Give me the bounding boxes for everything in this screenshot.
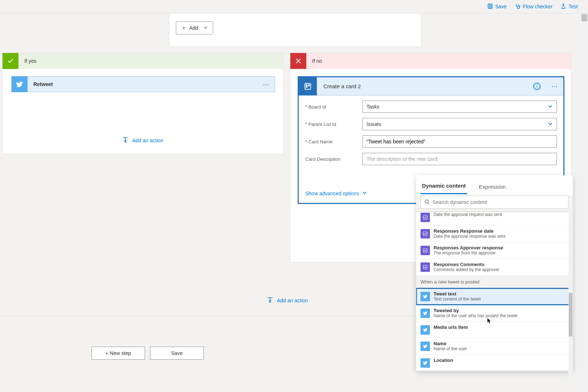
trello-icon — [299, 77, 317, 95]
yes-add-action-label: Add an action — [132, 138, 163, 143]
svg-rect-0 — [488, 4, 492, 8]
if-yes-header[interactable]: If yes — [3, 53, 283, 69]
popover-item-title: Responses Approver response — [434, 245, 503, 250]
save-label: Save — [495, 4, 507, 9]
popover-item[interactable]: Tweet textText content of the tweet — [416, 288, 573, 305]
svg-point-2 — [519, 5, 520, 7]
close-icon — [290, 53, 306, 69]
popover-item[interactable]: Responses CommentsComments added by the … — [416, 259, 573, 275]
popover-item-title: Name — [434, 341, 467, 346]
flow-checker-label: Flow checker — [523, 4, 552, 9]
board-id-label: Board Id — [305, 104, 363, 110]
add-label: Add — [189, 25, 198, 31]
popover-item-desc: Date the approval request was sent — [434, 212, 502, 217]
popover-item[interactable]: Responses Response dateDate the approval… — [416, 225, 573, 242]
flow-checker-button[interactable]: Flow checker — [515, 3, 552, 10]
popover-item[interactable]: Responses Approver responseThe response … — [416, 242, 573, 259]
create-card-menu-button[interactable]: ··· — [546, 82, 563, 90]
new-step-button[interactable]: + New step — [91, 347, 145, 360]
popover-item-desc: Text content of the tweet — [434, 297, 481, 302]
popover-tabs: Dynamic content Expression — [416, 175, 573, 194]
create-card-title: Create a card 2 — [317, 83, 533, 89]
card-description-label: Card Description — [305, 156, 363, 162]
retweet-action-card[interactable]: Retweet ··· — [11, 76, 275, 92]
retweet-menu-button[interactable]: ··· — [257, 80, 275, 89]
svg-rect-5 — [306, 84, 308, 87]
approval-icon — [421, 229, 430, 238]
twitter-icon — [12, 76, 28, 92]
board-id-value: Tasks — [367, 104, 380, 110]
plus-icon: ＋ — [181, 25, 186, 31]
svg-rect-8 — [269, 302, 271, 302]
top-toolbar: Save Flow checker Test — [0, 0, 588, 13]
chevron-down-icon — [548, 104, 553, 110]
if-no-label: If no — [306, 58, 322, 64]
popover-item[interactable]: Tweeted byName of the user who has poste… — [416, 305, 573, 322]
popover-scrollbar[interactable] — [568, 209, 573, 388]
popover-item-desc: Name of the user who has posted the twee… — [434, 313, 517, 318]
popover-list[interactable]: Date the approval request was sentRespon… — [416, 212, 573, 371]
yes-add-action-button[interactable]: Add an action — [122, 136, 163, 144]
if-yes-branch: If yes Retweet ··· Add an action — [2, 53, 283, 154]
insert-action-icon — [267, 297, 273, 304]
parent-list-id-select[interactable]: Issues — [363, 118, 557, 130]
add-branch-button[interactable]: ＋ Add — [176, 21, 213, 34]
approval-icon — [421, 262, 430, 272]
retweet-title: Retweet — [28, 81, 257, 87]
main-add-action-label: Add an action — [277, 298, 308, 303]
popover-item-title: Location — [434, 358, 453, 363]
popover-item-title: Responses Comments — [434, 262, 499, 267]
search-input[interactable] — [432, 199, 564, 205]
tab-dynamic-content[interactable]: Dynamic content — [421, 178, 467, 194]
popover-item[interactable]: Media urls Item — [416, 322, 573, 338]
insert-action-icon — [122, 136, 129, 144]
svg-rect-3 — [124, 142, 127, 142]
scrollbar-thumb[interactable] — [569, 293, 572, 336]
search-icon — [425, 199, 430, 205]
create-card-header[interactable]: Create a card 2 i ··· — [299, 77, 563, 95]
flask-icon — [560, 3, 566, 10]
popover-item-title: Tweet text — [434, 291, 481, 297]
previous-action-card: ＋ Add — [169, 13, 421, 47]
popover-item[interactable]: Location — [416, 355, 573, 371]
scrollbar-thumb[interactable] — [581, 14, 587, 21]
canvas-scrollbar[interactable] — [581, 13, 588, 391]
dynamic-content-popover: Dynamic content Expression Date the appr… — [416, 175, 573, 371]
save-flow-button[interactable]: Save — [150, 347, 204, 360]
card-name-input[interactable] — [363, 135, 557, 148]
chevron-down-icon — [548, 121, 553, 127]
check-icon — [3, 53, 18, 69]
board-id-select[interactable]: Tasks — [363, 101, 557, 113]
twitter-icon — [421, 292, 430, 301]
save-button[interactable]: Save — [487, 3, 507, 10]
popover-item-desc: Date the approval response was sent — [434, 234, 505, 239]
show-advanced-label: Show advanced options — [305, 191, 359, 196]
new-step-label: + New step — [105, 350, 131, 356]
if-no-header[interactable]: If no — [290, 53, 571, 69]
stethoscope-icon — [515, 3, 521, 10]
svg-point-9 — [425, 200, 428, 203]
chevron-down-icon — [362, 190, 367, 196]
popover-item-title: Tweeted by — [434, 308, 517, 313]
popover-group-header: When a new tweet is posted — [416, 275, 573, 288]
test-label: Test — [568, 4, 578, 9]
main-add-action-button[interactable]: Add an action — [267, 297, 308, 304]
card-description-input[interactable] — [363, 153, 557, 165]
twitter-icon — [421, 342, 430, 351]
canvas-container: ＋ Add If yes Retweet ··· — [0, 13, 588, 391]
svg-rect-6 — [308, 84, 310, 86]
parent-list-id-label: Parent List Id — [305, 122, 363, 127]
tab-expression[interactable]: Expression — [477, 179, 507, 194]
test-button[interactable]: Test — [560, 3, 578, 10]
show-advanced-options[interactable]: Show advanced options — [305, 190, 367, 196]
approval-icon — [421, 246, 430, 255]
approval-icon — [421, 213, 430, 222]
popover-item[interactable]: NameName of the user — [416, 338, 573, 355]
popover-item[interactable]: Date the approval request was sent — [416, 212, 573, 225]
popover-item-desc: Name of the user — [434, 346, 467, 351]
popover-search — [416, 196, 573, 212]
twitter-icon — [421, 309, 430, 318]
twitter-icon — [421, 325, 430, 335]
flow-canvas[interactable]: ＋ Add If yes Retweet ··· — [0, 13, 576, 391]
info-icon[interactable]: i — [533, 83, 541, 90]
